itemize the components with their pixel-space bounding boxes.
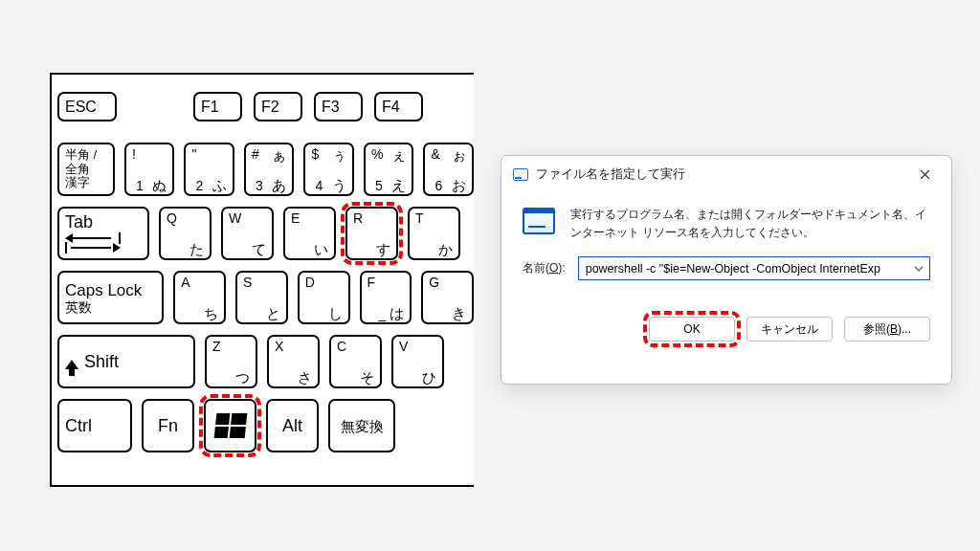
label: す: [376, 242, 390, 256]
run-dialog: ファイル名を指定して実行 実行するプログラム名、または開くフォルダーやドキュメン…: [501, 155, 952, 385]
tab-arrows-icon: [65, 232, 121, 253]
key-esc[interactable]: ESC: [57, 92, 117, 121]
key-tab[interactable]: Tab: [57, 207, 149, 260]
label: Tab: [65, 213, 142, 231]
chevron-down-icon[interactable]: [912, 262, 925, 276]
label: ):: [558, 261, 565, 275]
label: し: [328, 306, 343, 320]
key-5[interactable]: % ぇ 5 え: [364, 143, 414, 196]
label: ESC: [65, 99, 109, 115]
key-x[interactable]: X さ: [267, 335, 320, 388]
label: 全角: [65, 163, 107, 177]
windows-logo-icon: [213, 413, 247, 438]
key-alt[interactable]: Alt: [266, 399, 319, 452]
ok-button[interactable]: OK: [649, 317, 735, 342]
keyboard-panel: ESC F1 F2 F3 F4 半角 / 全角 漢字 ! 1 ぬ " 2 ふ #…: [50, 73, 474, 487]
label: Alt: [282, 417, 302, 434]
cancel-button[interactable]: キャンセル: [746, 317, 833, 342]
label: か: [438, 242, 453, 256]
key-s[interactable]: S と: [235, 271, 288, 324]
label: と: [266, 306, 280, 320]
label: D: [305, 276, 315, 289]
key-f1[interactable]: F1: [193, 92, 242, 121]
key-capslock[interactable]: Caps Lock 英数: [57, 271, 164, 324]
label: )...: [898, 322, 911, 336]
command-value: powershell -c "$ie=New-Object -ComObject…: [586, 262, 912, 276]
label: そ: [360, 370, 374, 385]
label: 漢字: [65, 176, 107, 190]
label: キャンセル: [761, 321, 818, 338]
label: E: [291, 211, 300, 225]
label: &: [431, 147, 439, 161]
key-z[interactable]: Z つ: [205, 335, 257, 388]
label: あ: [272, 178, 286, 192]
key-1[interactable]: ! 1 ぬ: [124, 143, 175, 196]
label: ち: [204, 306, 218, 320]
label: O: [549, 261, 558, 275]
label: F1: [201, 99, 234, 115]
key-3[interactable]: # ぁ 3 あ: [244, 143, 295, 196]
close-button[interactable]: [907, 161, 942, 187]
label: #: [252, 147, 259, 161]
browse-button[interactable]: 参照(B)...: [844, 317, 930, 342]
key-g[interactable]: G き: [421, 271, 474, 324]
key-f4[interactable]: F4: [374, 92, 423, 121]
label: Q: [167, 211, 177, 225]
key-fn[interactable]: Fn: [142, 399, 194, 452]
label: さ: [298, 370, 312, 385]
label: X: [275, 340, 283, 353]
key-f2[interactable]: F2: [254, 92, 302, 121]
label: え: [391, 178, 406, 192]
key-d[interactable]: D し: [298, 271, 350, 324]
label: 3: [256, 179, 263, 192]
label: て: [252, 242, 266, 256]
label: G: [429, 276, 439, 289]
key-v[interactable]: V ひ: [391, 335, 444, 388]
key-2[interactable]: " 2 ふ: [184, 143, 234, 196]
key-windows[interactable]: [204, 399, 256, 452]
key-6[interactable]: & ぉ 6 お: [423, 143, 474, 196]
key-w[interactable]: W て: [221, 207, 274, 260]
label: R: [353, 211, 363, 225]
label: T: [415, 211, 424, 225]
key-ctrl[interactable]: Ctrl: [57, 399, 132, 452]
key-q[interactable]: Q た: [159, 207, 212, 260]
label: Caps Lock: [65, 282, 156, 298]
key-c[interactable]: C そ: [329, 335, 382, 388]
run-titlebar-icon: [513, 168, 528, 181]
label: 英数: [65, 300, 156, 314]
label: 名前(: [523, 261, 549, 275]
command-combobox[interactable]: powershell -c "$ie=New-Object -ComObject…: [578, 256, 930, 280]
label: F2: [261, 99, 295, 115]
key-t[interactable]: T か: [408, 207, 460, 260]
key-shift[interactable]: Shift: [57, 335, 195, 388]
key-f3[interactable]: F3: [314, 92, 363, 121]
label: う: [332, 178, 346, 192]
label: S: [243, 276, 252, 289]
label: W: [229, 211, 241, 225]
key-4[interactable]: $ ぅ 4 う: [303, 143, 354, 196]
label: ぅ: [332, 147, 346, 162]
label: 半角 /: [65, 148, 107, 163]
name-label: 名前(O):: [523, 260, 566, 276]
key-hankaku[interactable]: 半角 / 全角 漢字: [57, 143, 115, 196]
label: $: [311, 147, 319, 161]
shift-arrow-icon: [65, 360, 78, 369]
label: ふ: [212, 178, 227, 192]
label: C: [337, 340, 346, 353]
key-f[interactable]: F _ は: [360, 271, 412, 324]
label: F3: [322, 99, 355, 115]
label: き: [452, 306, 466, 320]
label: %: [371, 147, 383, 161]
key-e[interactable]: E い: [283, 207, 336, 260]
label: 参照(: [863, 321, 890, 338]
label: 6: [434, 179, 442, 192]
label: ぁ: [272, 147, 286, 162]
key-a[interactable]: A ち: [173, 271, 226, 324]
key-r[interactable]: R す: [345, 207, 398, 260]
label: ひ: [422, 370, 436, 385]
key-muhenkan[interactable]: 無変換: [328, 399, 395, 452]
label: ぉ: [452, 147, 466, 162]
label: は: [390, 306, 404, 320]
dialog-description: 実行するプログラム名、または開くフォルダーやドキュメント名、インターネット リソ…: [570, 206, 930, 241]
